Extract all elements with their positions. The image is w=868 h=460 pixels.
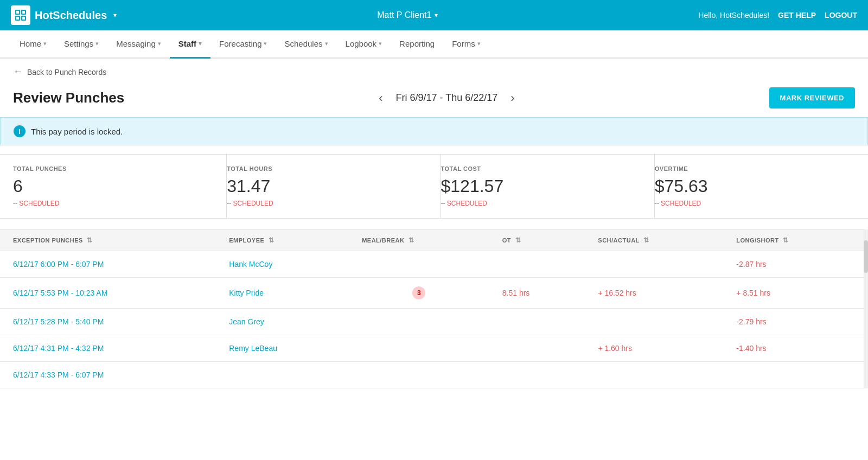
sort-icon: ⇅ [409, 237, 414, 244]
ot-cell [489, 335, 585, 362]
nav-item-logbook[interactable]: Logbook ▾ [337, 30, 391, 59]
breadcrumb[interactable]: ← Back to Punch Records [0, 59, 868, 85]
logo-icon [11, 5, 30, 25]
ot-cell: 8.51 hrs [489, 278, 585, 309]
user-selector[interactable]: Matt P Client1 ▾ [377, 10, 438, 20]
nav-item-messaging[interactable]: Messaging ▾ [107, 30, 170, 59]
long-short-cell: -2.79 hrs [723, 309, 864, 335]
table-row: 6/12/17 6:00 PM - 6:07 PMHank McCoy-2.87… [0, 251, 864, 278]
punches-table: EXCEPTION PUNCHES ⇅EMPLOYEE ⇅MEAL/BREAK … [0, 229, 864, 388]
stat-scheduled: -- SCHEDULED [13, 200, 213, 207]
sch-actual-cell [585, 362, 723, 388]
meal-break-cell: 3 [349, 278, 489, 309]
table-body: 6/12/17 6:00 PM - 6:07 PMHank McCoy-2.87… [0, 251, 864, 388]
next-period-button[interactable]: › [506, 89, 519, 107]
nav-item-home[interactable]: Home ▾ [11, 30, 55, 59]
scrollbar-track[interactable] [864, 229, 868, 388]
table-col-header[interactable]: OT ⇅ [489, 230, 585, 251]
exception-punch-cell[interactable]: 6/12/17 4:33 PM - 6:07 PM [0, 362, 216, 388]
stat-value: 31.47 [227, 176, 427, 196]
stat-scheduled: -- SCHEDULED [227, 200, 427, 207]
nav-item-reporting[interactable]: Reporting [391, 30, 443, 59]
logo-caret-icon[interactable]: ▾ [113, 11, 117, 19]
stat-label: TOTAL HOURS [227, 165, 427, 172]
stats-row: TOTAL PUNCHES 6 -- SCHEDULED TOTAL HOURS… [0, 154, 868, 219]
nav-item-forms[interactable]: Forms ▾ [443, 30, 489, 59]
date-navigation: ‹ Fri 6/9/17 - Thu 6/22/17 › [374, 89, 519, 107]
table-scroll-area: EXCEPTION PUNCHES ⇅EMPLOYEE ⇅MEAL/BREAK … [0, 229, 868, 388]
logo-text: HotSchedules [35, 9, 107, 22]
user-caret-icon: ▾ [435, 11, 438, 19]
exception-punch-cell[interactable]: 6/12/17 5:53 PM - 10:23 AM [0, 278, 216, 309]
nav-item-settings[interactable]: Settings ▾ [55, 30, 107, 59]
scrollbar-thumb[interactable] [864, 240, 868, 273]
nav-caret-icon: ▾ [199, 40, 202, 47]
user-name: Matt P Client1 [377, 10, 431, 20]
top-bar-actions: Hello, HotSchedules! GET HELP LOGOUT [698, 11, 857, 20]
employee-cell[interactable]: Jean Grey [216, 309, 349, 335]
nav-caret-icon: ▾ [477, 40, 481, 47]
banner-message: This pay period is locked. [31, 127, 123, 136]
info-banner: i This pay period is locked. [0, 117, 868, 145]
table-col-header[interactable]: SCH/ACTUAL ⇅ [585, 230, 723, 251]
nav-item-schedules[interactable]: Schedules ▾ [276, 30, 336, 59]
nav-caret-icon: ▾ [379, 40, 382, 47]
meal-break-badge[interactable]: 3 [412, 286, 425, 299]
nav-caret-icon: ▾ [264, 40, 267, 47]
long-short-cell: -2.87 hrs [723, 251, 864, 278]
nav-item-forecasting[interactable]: Forecasting ▾ [210, 30, 276, 59]
employee-link[interactable]: Jean Grey [229, 317, 264, 326]
secondary-nav: Home ▾Settings ▾Messaging ▾Staff ▾Foreca… [0, 30, 868, 59]
exception-punch-link[interactable]: 6/12/17 6:00 PM - 6:07 PM [13, 260, 104, 269]
logout-link[interactable]: LOGOUT [825, 11, 857, 20]
employee-link[interactable]: Hank McCoy [229, 260, 272, 269]
sch-actual-value: + 16.52 hrs [598, 289, 636, 297]
table-col-header[interactable]: EMPLOYEE ⇅ [216, 230, 349, 251]
employee-cell[interactable] [216, 362, 349, 388]
stat-scheduled: -- SCHEDULED [441, 200, 641, 207]
employee-cell[interactable]: Remy LeBeau [216, 335, 349, 362]
table-col-header[interactable]: LONG/SHORT ⇅ [723, 230, 864, 251]
table-header: EXCEPTION PUNCHES ⇅EMPLOYEE ⇅MEAL/BREAK … [0, 230, 864, 251]
employee-cell[interactable]: Hank McCoy [216, 251, 349, 278]
main-content: ← Back to Punch Records Review Punches ‹… [0, 59, 868, 460]
nav-caret-icon: ▾ [43, 40, 47, 47]
stat-scheduled: -- SCHEDULED [655, 200, 855, 207]
table-container: EXCEPTION PUNCHES ⇅EMPLOYEE ⇅MEAL/BREAK … [0, 229, 868, 388]
meal-break-cell [349, 362, 489, 388]
table-row: 6/12/17 4:31 PM - 4:32 PMRemy LeBeau+ 1.… [0, 335, 864, 362]
table-row: 6/12/17 5:28 PM - 5:40 PMJean Grey-2.79 … [0, 309, 864, 335]
meal-break-cell [349, 309, 489, 335]
breadcrumb-label: Back to Punch Records [27, 68, 106, 76]
page-title: Review Punches [13, 90, 124, 106]
table-row: 6/12/17 4:33 PM - 6:07 PM [0, 362, 864, 388]
exception-punch-link[interactable]: 6/12/17 5:53 PM - 10:23 AM [13, 289, 107, 297]
employee-cell[interactable]: Kitty Pride [216, 278, 349, 309]
stat-label: TOTAL PUNCHES [13, 165, 213, 172]
nav-item-staff[interactable]: Staff ▾ [170, 30, 210, 59]
table-col-header[interactable]: EXCEPTION PUNCHES ⇅ [0, 230, 216, 251]
sch-actual-cell [585, 309, 723, 335]
nav-caret-icon: ▾ [325, 40, 328, 47]
nav-caret-icon: ▾ [95, 40, 99, 47]
employee-link[interactable]: Kitty Pride [229, 289, 264, 297]
employee-link[interactable]: Remy LeBeau [229, 344, 277, 353]
table-wrapper: EXCEPTION PUNCHES ⇅EMPLOYEE ⇅MEAL/BREAK … [0, 229, 864, 388]
exception-punch-link[interactable]: 6/12/17 4:33 PM - 6:07 PM [13, 370, 104, 379]
exception-punch-cell[interactable]: 6/12/17 5:28 PM - 5:40 PM [0, 309, 216, 335]
long-short-cell: + 8.51 hrs [723, 278, 864, 309]
get-help-link[interactable]: GET HELP [778, 11, 816, 20]
greeting-text: Hello, HotSchedules! [698, 11, 769, 20]
exception-punch-cell[interactable]: 6/12/17 4:31 PM - 4:32 PM [0, 335, 216, 362]
long-short-value: + 8.51 hrs [736, 289, 770, 297]
stat-item: TOTAL PUNCHES 6 -- SCHEDULED [13, 155, 227, 218]
exception-punch-link[interactable]: 6/12/17 5:28 PM - 5:40 PM [13, 317, 104, 326]
sch-actual-cell: + 16.52 hrs [585, 278, 723, 309]
prev-period-button[interactable]: ‹ [374, 89, 387, 107]
table-col-header[interactable]: MEAL/BREAK ⇅ [349, 230, 489, 251]
page-header: Review Punches ‹ Fri 6/9/17 - Thu 6/22/1… [0, 85, 868, 117]
exception-punch-link[interactable]: 6/12/17 4:31 PM - 4:32 PM [13, 344, 104, 353]
exception-punch-cell[interactable]: 6/12/17 6:00 PM - 6:07 PM [0, 251, 216, 278]
svg-rect-7 [22, 17, 25, 20]
mark-reviewed-button[interactable]: MARK REVIEWED [769, 87, 855, 108]
